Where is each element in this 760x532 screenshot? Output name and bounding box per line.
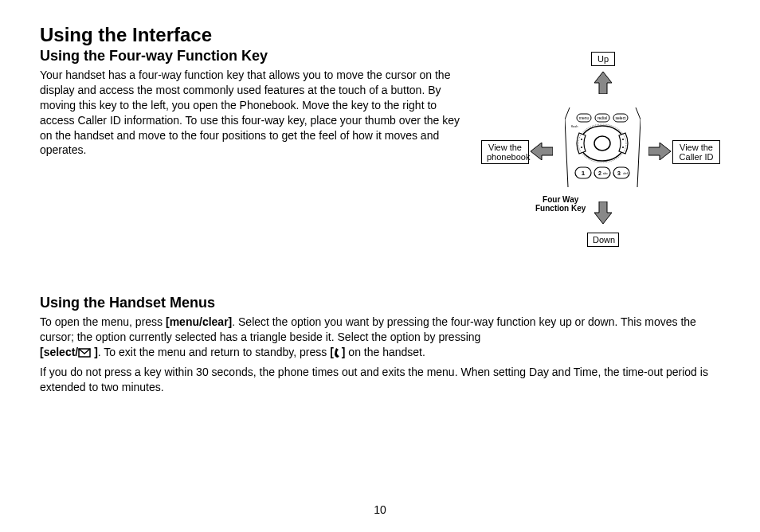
keypad-redial: redial <box>597 115 607 120</box>
diagram-left-line1: View the <box>488 143 522 152</box>
svg-line-2 <box>565 108 570 119</box>
section-menus: Using the Handset Menus To open the menu… <box>40 295 720 394</box>
arrow-right-icon <box>648 143 671 163</box>
svg-line-4 <box>565 119 568 187</box>
phone-keypad-illustration: menu redial select flash 1 2 abc <box>565 108 641 187</box>
section-menus-para2: If you do not press a key within 30 seco… <box>40 365 720 395</box>
menu-clear-key: [menu/clear] <box>166 315 232 328</box>
envelope-icon <box>78 348 91 358</box>
section-fourway-body: Your handset has a four-way function key… <box>40 68 465 158</box>
para1-text4: on the handset. <box>345 346 425 358</box>
diagram-right-line2: Caller ID <box>680 152 714 162</box>
svg-marker-22 <box>594 201 612 224</box>
keypad-3: 3 <box>617 170 621 176</box>
arrow-left-icon <box>531 143 553 163</box>
section-menus-para1: To open the menu, press [menu/clear]. Se… <box>40 315 720 360</box>
diagram-fn-line1: Four Way <box>543 195 578 204</box>
select-key-suffix: ] <box>91 346 98 358</box>
para1-text1: To open the menu, press <box>40 315 166 328</box>
diagram-up-label: Up <box>591 52 615 66</box>
page-number: 10 <box>374 503 386 516</box>
diagram-fn-label: Four Way Function Key <box>535 195 586 213</box>
select-key: [select/ ] <box>40 346 98 358</box>
keypad-flash: flash <box>571 124 578 128</box>
section-fourway: Using the Four-way Function Key Your han… <box>40 48 720 255</box>
keypad-select: select <box>615 115 626 120</box>
select-key-prefix: [select/ <box>40 346 78 358</box>
svg-point-10 <box>594 136 610 151</box>
keypad-menu: menu <box>579 115 590 120</box>
standby-key: [] <box>330 346 345 358</box>
svg-line-5 <box>637 119 641 187</box>
svg-marker-21 <box>648 143 671 160</box>
section-menus-heading: Using the Handset Menus <box>40 295 720 311</box>
diagram-left-label: View the phonebook <box>481 140 529 164</box>
svg-line-3 <box>636 108 641 119</box>
diagram-right-label: View the Caller ID <box>672 140 720 164</box>
fourway-diagram: Up View the phonebook menu <box>481 48 720 255</box>
arrow-up-icon <box>594 72 612 97</box>
para1-text3: . To exit the menu and return to standby… <box>98 346 330 358</box>
svg-point-12 <box>581 147 582 148</box>
svg-text:abc: abc <box>603 171 608 175</box>
diagram-right-line1: View the <box>680 143 713 152</box>
phone-handset-icon <box>334 347 342 358</box>
svg-point-13 <box>622 139 624 140</box>
keypad-2: 2 <box>598 170 601 176</box>
svg-text:def: def <box>623 171 628 175</box>
arrow-down-icon <box>594 201 612 227</box>
svg-point-14 <box>622 147 624 148</box>
diagram-left-line2: phonebook <box>487 152 530 162</box>
diagram-down-label: Down <box>587 233 619 247</box>
keypad-1: 1 <box>582 170 586 177</box>
svg-marker-0 <box>594 72 612 94</box>
diagram-fn-line2: Function Key <box>535 204 586 213</box>
svg-marker-1 <box>531 143 553 160</box>
section-fourway-text: Using the Four-way Function Key Your han… <box>40 48 465 255</box>
svg-point-11 <box>581 139 582 140</box>
section-fourway-heading: Using the Four-way Function Key <box>40 48 465 65</box>
page-title: Using the Interface <box>40 24 720 46</box>
